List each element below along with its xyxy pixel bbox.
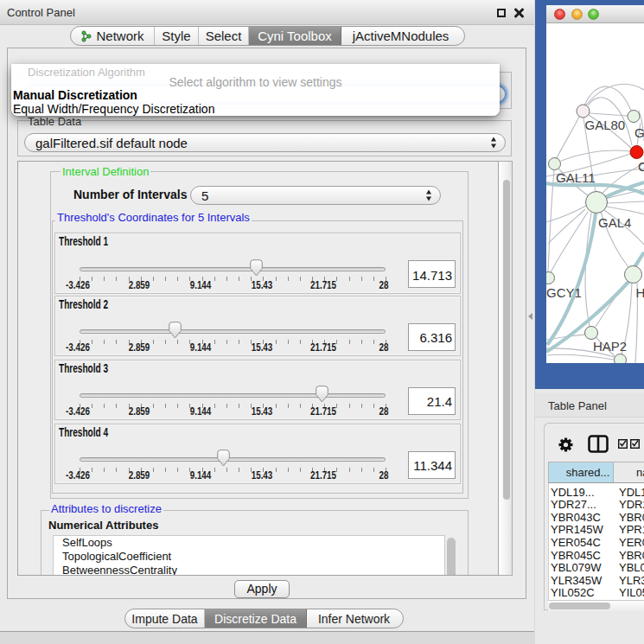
svg-text:GAL80: GAL80 bbox=[585, 118, 626, 132]
svg-text:GAL: GAL bbox=[634, 125, 644, 140]
svg-text:GAL4: GAL4 bbox=[598, 215, 631, 230]
svg-text:C: C bbox=[638, 159, 644, 174]
svg-text:HAP2: HAP2 bbox=[593, 339, 627, 354]
svg-text:GCY1: GCY1 bbox=[546, 285, 582, 300]
svg-text:HI: HI bbox=[636, 285, 644, 300]
svg-text:GAL11: GAL11 bbox=[556, 170, 596, 185]
